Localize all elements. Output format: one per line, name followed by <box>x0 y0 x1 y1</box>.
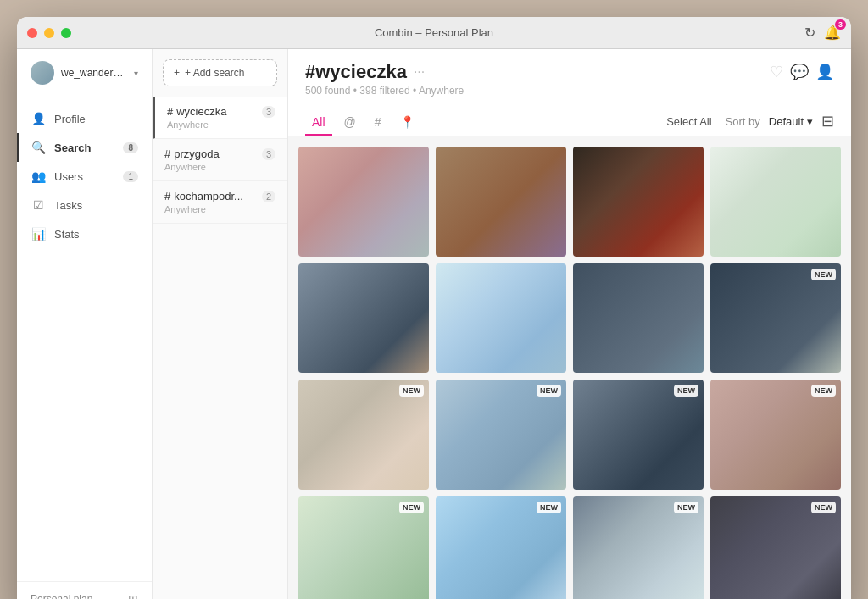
add-search-button[interactable]: + + Add search <box>163 59 277 86</box>
grid-item[interactable]: NEW♡0○0⤢ <box>436 496 566 600</box>
minimize-button[interactable] <box>44 28 54 38</box>
window-title: Combin – Personal Plan <box>375 26 493 39</box>
titlebar: Combin – Personal Plan ↻ 🔔 3 <box>17 17 851 49</box>
grid-item[interactable]: ♡105⤢ <box>436 147 566 257</box>
grid-item[interactable]: NEW♡0○0⤢ <box>573 496 704 600</box>
grid-item[interactable]: ♡62○3⤢ <box>298 263 429 374</box>
search-item-location-3: Anywhere <box>164 204 275 214</box>
photo-thumbnail <box>298 263 429 374</box>
grid-item[interactable]: NEW♡583⤢ <box>573 380 704 490</box>
sort-label: Sort by <box>726 115 760 128</box>
grid-item[interactable]: NEW♡0○0⤢ <box>298 496 429 600</box>
sort-chevron-icon: ▾ <box>807 115 813 128</box>
sort-select[interactable]: Default ▾ <box>769 115 813 128</box>
sidebar-item-tasks[interactable]: ☑ Tasks <box>17 191 152 219</box>
sidebar-item-label-search: Search <box>54 141 91 154</box>
grid-item[interactable]: ♡572⤢ <box>573 147 704 257</box>
grid-item[interactable]: NEW♡0○0⤢ <box>710 496 841 600</box>
new-badge: NEW <box>399 502 424 513</box>
photo-thumbnail <box>710 147 841 257</box>
sidebar-item-stats[interactable]: 📊 Stats <box>17 219 152 248</box>
search-badge: 8 <box>123 142 138 153</box>
new-badge: NEW <box>537 385 561 397</box>
users-badge: 1 <box>123 171 138 182</box>
notification-icon[interactable]: 🔔 3 <box>824 25 841 41</box>
grid-item[interactable]: NEW♡265⤢ <box>710 380 841 490</box>
new-badge: NEW <box>811 502 836 513</box>
follow-action-icon[interactable]: 👤 <box>815 63 834 81</box>
search-panel: + + Add search # wycieczka 3 Anywhere <box>153 49 288 599</box>
content-subtitle: 500 found • 398 filtered • Anywhere <box>305 85 834 97</box>
hashtag-icon-2: # <box>164 147 170 160</box>
search-item-name-3: # kochampodr... <box>164 190 243 202</box>
filter-tab-location[interactable]: 📍 <box>393 110 421 136</box>
plus-icon: + <box>174 67 180 79</box>
grid-item[interactable]: ♡153○0⤢ <box>710 147 841 257</box>
nav-items: 👤 Profile 🔍 Search 8 👥 Users 1 ☑ Tasks <box>17 97 152 581</box>
grid-item[interactable]: NEW♡91⤢ <box>710 263 841 374</box>
sidebar-item-users[interactable]: 👥 Users 1 <box>17 162 152 191</box>
comment-action-icon[interactable]: 💬 <box>790 63 809 81</box>
add-search-label: + Add search <box>185 67 244 79</box>
new-badge: NEW <box>811 385 836 397</box>
filter-button[interactable]: ⊟ <box>821 112 834 130</box>
sidebar-item-label-tasks: Tasks <box>54 199 82 212</box>
grid-item[interactable]: NEW♡191⤢ <box>436 380 566 490</box>
sidebar-item-label-users: Users <box>54 170 83 183</box>
new-badge: NEW <box>674 502 698 513</box>
photo-thumbnail <box>573 263 704 374</box>
heart-action-icon[interactable]: ♡ <box>770 63 783 81</box>
photo-thumbnail <box>298 147 429 257</box>
app-body: we_wander_e... ▾ 👤 Profile 🔍 Search 8 👥 … <box>17 49 851 599</box>
search-item-location-2: Anywhere <box>164 162 275 172</box>
hashtag-icon-3: # <box>164 190 170 202</box>
filter-tab-hashtags[interactable]: # <box>368 110 388 136</box>
search-item-wycieczka[interactable]: # wycieczka 3 Anywhere <box>153 97 287 139</box>
toolbar: Select All Sort by Default ▾ ⊟ <box>661 112 834 134</box>
search-item-kochampodr[interactable]: # kochampodr... 2 Anywhere <box>153 181 287 224</box>
grid-item[interactable]: ♡19○0⤢ <box>298 147 429 257</box>
search-item-przygoda[interactable]: # przygoda 3 Anywhere <box>153 139 287 181</box>
sidebar: we_wander_e... ▾ 👤 Profile 🔍 Search 8 👥 … <box>17 49 153 599</box>
main-content: #wycieczka ··· ♡ 💬 👤 500 found • 39 <box>288 49 851 599</box>
new-badge: NEW <box>399 385 424 397</box>
refresh-icon[interactable]: ↻ <box>804 25 815 41</box>
app-window: Combin – Personal Plan ↻ 🔔 3 we_wander_e… <box>17 17 851 599</box>
select-all-button[interactable]: Select All <box>661 114 716 130</box>
new-badge: NEW <box>537 502 561 513</box>
username: we_wander_e... <box>61 67 127 79</box>
grid-item[interactable]: ♡281⤢ <box>573 263 704 374</box>
search-item-location: Anywhere <box>167 119 275 130</box>
hashtag-title-text: #wycieczka <box>305 61 407 83</box>
user-profile-section[interactable]: we_wander_e... ▾ <box>17 49 152 97</box>
plan-label: Personal plan <box>31 593 92 599</box>
hashtag-icon: # <box>167 105 173 118</box>
header-actions: ♡ 💬 👤 <box>770 63 834 81</box>
sidebar-item-label-stats: Stats <box>54 228 80 241</box>
search-icon: 🔍 <box>31 141 46 154</box>
search-item-count-3: 2 <box>262 191 275 202</box>
sidebar-item-label-profile: Profile <box>54 113 86 125</box>
image-grid: ♡19○0⤢♡105⤢♡572⤢♡153○0⤢♡62○3⤢♡341⤢♡281⤢N… <box>288 136 851 599</box>
notification-badge: 3 <box>835 19 846 30</box>
search-item-count: 3 <box>262 106 275 118</box>
grid-item[interactable]: NEW♡15○2⤢ <box>298 380 429 490</box>
new-badge: NEW <box>674 385 698 397</box>
upgrade-icon[interactable]: ⊞ <box>128 592 138 599</box>
sidebar-item-search[interactable]: 🔍 Search 8 <box>17 133 152 162</box>
search-item-name-2: # przygoda <box>164 147 220 160</box>
photo-thumbnail <box>573 147 704 257</box>
sidebar-item-profile[interactable]: 👤 Profile <box>17 104 152 133</box>
photo-thumbnail <box>436 263 566 374</box>
grid-item[interactable]: ♡341⤢ <box>436 263 566 374</box>
maximize-button[interactable] <box>61 28 71 38</box>
content-toolbar: All @ # 📍 Select All Sort by Default ▾ <box>305 105 834 136</box>
users-icon: 👥 <box>31 169 46 183</box>
filter-tab-all[interactable]: All <box>305 110 332 136</box>
filter-tab-mentions[interactable]: @ <box>337 110 363 136</box>
search-item-count-2: 3 <box>262 148 275 160</box>
search-item-name: # wycieczka <box>167 105 226 118</box>
close-button[interactable] <box>27 28 37 38</box>
photo-thumbnail <box>436 147 566 257</box>
content-title: #wycieczka ··· <box>305 61 425 83</box>
